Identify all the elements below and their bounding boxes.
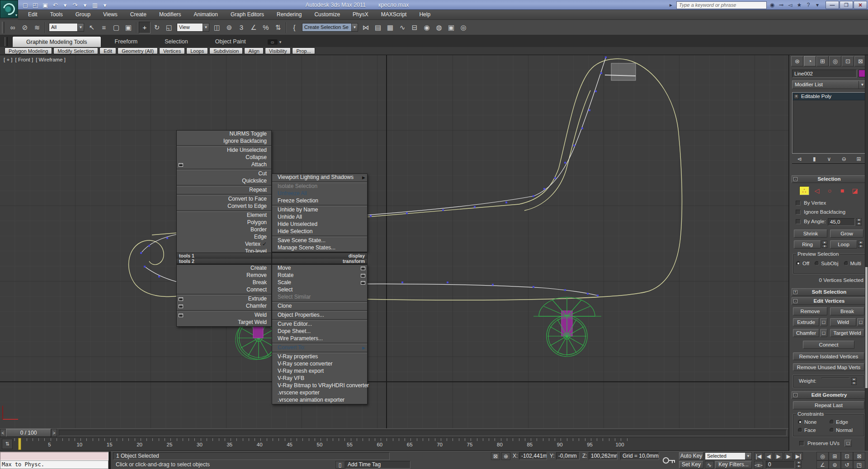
- unlink-selection-icon[interactable]: ⊘: [19, 22, 31, 33]
- quad-menu-item[interactable]: Wire Parameters...✓▶: [272, 335, 367, 342]
- dropdown-arrow-icon[interactable]: ▼: [77, 23, 84, 31]
- show-end-result-icon[interactable]: ▮: [810, 155, 818, 163]
- restore-button[interactable]: ❐: [840, 1, 853, 9]
- connect-button[interactable]: Connect: [803, 341, 854, 349]
- quad-menu-item[interactable]: Save Scene State...✓▶: [272, 237, 367, 244]
- search-dropdown-icon[interactable]: ◉: [768, 1, 776, 9]
- edit-geometry-rollout-header[interactable]: - Edit Geometry: [792, 391, 867, 399]
- quad-menu-item[interactable]: Manage Scene States...✓▶: [272, 244, 367, 252]
- named-selection-sets-dropdown[interactable]: Create Selection Se ▼: [302, 23, 358, 32]
- by-angle-spinner[interactable]: ▲▼: [856, 218, 862, 225]
- quad-menu-item[interactable]: Hide Unselected✓▶: [177, 147, 271, 154]
- minimize-button[interactable]: —: [826, 1, 839, 9]
- undo-icon[interactable]: ↶: [51, 1, 60, 9]
- orbit-button[interactable]: ↺: [841, 460, 853, 469]
- quad-menu-item[interactable]: Chamfer✓▶: [177, 303, 271, 310]
- quad-menu-item[interactable]: NURMS Toggle✓▶: [177, 131, 271, 138]
- angle-snap-icon[interactable]: ∠: [248, 22, 259, 33]
- quad-menu-item[interactable]: Element✓▶: [177, 212, 271, 219]
- listener-divider[interactable]: [108, 451, 111, 469]
- quad-menu-item[interactable]: Isolate Selection✓▶: [272, 183, 367, 190]
- expand-subobjects-icon[interactable]: +: [794, 94, 799, 99]
- redo-icon[interactable]: ↷: [71, 1, 80, 9]
- edit-named-selection-sets-icon[interactable]: {: [288, 22, 300, 33]
- ribbon-panel-button[interactable]: Subdivision: [209, 47, 243, 54]
- mirror-icon[interactable]: ⋈: [360, 22, 372, 33]
- grow-button[interactable]: Grow: [830, 230, 863, 238]
- selection-rollout-header[interactable]: - Selection: [792, 175, 867, 183]
- undo-dropdown-icon[interactable]: ▾: [61, 1, 70, 9]
- settings-box-icon[interactable]: [179, 163, 183, 167]
- zoom-all-button[interactable]: ⊞: [829, 452, 841, 460]
- remove-isolated-vertices-button[interactable]: Remove Isolated Vertices: [793, 352, 864, 360]
- render-setup-icon[interactable]: ◍: [433, 22, 445, 33]
- menu-item[interactable]: PhysX: [346, 10, 375, 19]
- layer-manager-icon[interactable]: ▦: [384, 22, 396, 33]
- tab-display[interactable]: ⊡: [842, 56, 854, 66]
- frame-spinner[interactable]: ▲▼: [796, 461, 802, 468]
- pan-view-button[interactable]: ⊜: [829, 460, 841, 469]
- quad-menu-item[interactable]: V-Ray mesh export✓▶: [272, 368, 367, 375]
- quad-header-tools2[interactable]: tools 2: [177, 258, 271, 264]
- ring-spinner[interactable]: ▲▼: [822, 241, 827, 248]
- quad-menu-item[interactable]: Curve Editor...✓▶: [272, 321, 367, 328]
- communication-center-icon[interactable]: ◅: [786, 1, 794, 9]
- settings-box-icon[interactable]: [179, 297, 183, 301]
- new-key-filter-icon[interactable]: ∿: [705, 461, 714, 469]
- pin-stack-icon[interactable]: ⊲: [795, 155, 803, 163]
- select-and-scale-icon[interactable]: ◱: [163, 22, 175, 33]
- zoom-extents-button[interactable]: ⊡: [841, 452, 853, 460]
- quad-menu-item[interactable]: Break✓▶: [177, 279, 271, 286]
- configure-modifier-sets-icon[interactable]: ⊞: [855, 155, 863, 163]
- select-and-move-icon[interactable]: +: [139, 22, 151, 33]
- select-by-name-icon[interactable]: ≡: [98, 22, 110, 33]
- maxscript-mini-listener[interactable]: Max to Physc.: [0, 460, 108, 469]
- quad-menu-item[interactable]: Convert to Face✓▶: [177, 196, 271, 203]
- ribbon-panel-button[interactable]: Loops: [186, 47, 208, 54]
- constraint-radio[interactable]: Edge: [830, 419, 861, 425]
- polygon-subobject-icon[interactable]: ■: [837, 186, 847, 195]
- settings-box-icon[interactable]: [179, 314, 183, 317]
- settings-box-icon[interactable]: [179, 305, 183, 308]
- menu-item[interactable]: MAXScript: [375, 10, 413, 19]
- menu-item[interactable]: Help: [413, 10, 437, 19]
- menu-item[interactable]: Customize: [308, 10, 346, 19]
- quad-menu-item[interactable]: Scale✓▶: [272, 279, 367, 286]
- quad-menu-item[interactable]: Clone✓▶: [272, 303, 367, 310]
- application-menu-button[interactable]: ▾: [0, 0, 18, 18]
- ribbon-tab[interactable]: Selection: [151, 36, 201, 47]
- help-dropdown-icon[interactable]: ▾: [813, 1, 821, 9]
- menu-item[interactable]: Edit: [22, 10, 44, 19]
- constraint-radio[interactable]: Normal: [830, 427, 861, 433]
- time-slider-track[interactable]: [59, 430, 787, 436]
- set-key-button[interactable]: Set Key: [679, 461, 703, 469]
- quad-menu-item[interactable]: Freeze Selection✓▶: [272, 197, 367, 205]
- make-unique-icon[interactable]: ∨: [825, 155, 833, 163]
- tab-motion[interactable]: ◎: [829, 56, 841, 66]
- use-pivot-point-center-icon[interactable]: ◫: [211, 22, 223, 33]
- select-and-rotate-icon[interactable]: ↻: [151, 22, 163, 33]
- snaps-toggle-icon[interactable]: 3: [236, 22, 247, 33]
- quad-menu-item[interactable]: .vrscene exporter✓▶: [272, 389, 367, 397]
- preserve-uvs-checkbox[interactable]: [799, 441, 804, 446]
- percent-snap-icon[interactable]: %: [260, 22, 272, 33]
- preserve-uvs-settings-button[interactable]: □: [844, 440, 852, 447]
- close-button[interactable]: ×: [854, 1, 867, 9]
- quad-menu-item[interactable]: Viewport Lighting and Shadows✓▶: [272, 174, 367, 181]
- y-coordinate-field[interactable]: -0,0mm: [556, 452, 580, 460]
- ribbon-grip[interactable]: [5, 37, 8, 46]
- modifier-stack-row[interactable]: + Editable Poly: [793, 93, 866, 100]
- reference-coordinate-system-dropdown[interactable]: View ▼: [177, 23, 209, 32]
- expand-icon[interactable]: +: [793, 290, 797, 294]
- ribbon-panel-button[interactable]: Vertices: [159, 47, 185, 54]
- menu-item[interactable]: Graph Editors: [224, 10, 270, 19]
- ribbon-panel-button[interactable]: Geometry (All): [118, 47, 158, 54]
- quad-menu-item[interactable]: Quickslice✓▶: [177, 178, 271, 185]
- add-time-tag-field[interactable]: Add Time Tag: [345, 461, 410, 469]
- set-keys-key-icon[interactable]: [662, 453, 677, 468]
- x-coordinate-field[interactable]: -102,441m: [519, 452, 547, 460]
- maxscript-macro-recorder[interactable]: [0, 452, 108, 460]
- scrollbar-thumb[interactable]: [865, 267, 868, 389]
- quad-menu-item[interactable]: V-Ray properties✓▶: [272, 353, 367, 361]
- remove-unused-map-verts-button[interactable]: Remove Unused Map Verts: [793, 363, 864, 371]
